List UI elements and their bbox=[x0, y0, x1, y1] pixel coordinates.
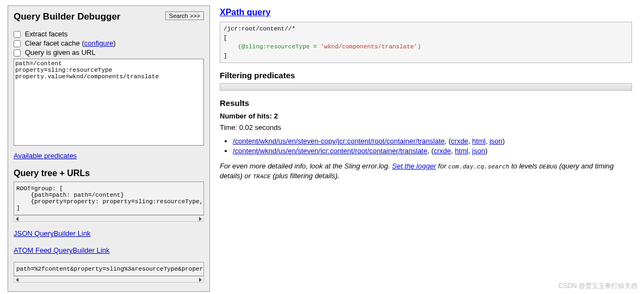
json-link[interactable]: json bbox=[490, 137, 503, 145]
hits-count: Number of hits: 2 bbox=[220, 112, 632, 120]
left-panel: Query Builder Debugger Search >>> Extrac… bbox=[8, 5, 210, 292]
url-query-label: Query is given as URL bbox=[25, 48, 96, 57]
page-title: Query Builder Debugger bbox=[14, 11, 120, 22]
right-panel: XPath query /jcr:root/content//* [ (@sli… bbox=[220, 5, 636, 292]
available-predicates-link[interactable]: Available predicates bbox=[14, 152, 77, 160]
query-tree-heading: Query tree + URLs bbox=[14, 168, 204, 178]
results-heading: Results bbox=[220, 98, 632, 108]
clear-cache-label-suffix: ) bbox=[113, 39, 115, 47]
result-item: /content/wknd/us/en/steven-copy/jcr:cont… bbox=[233, 137, 632, 145]
json-link[interactable]: json bbox=[472, 147, 485, 155]
filtering-predicates-heading: Filtering predicates bbox=[220, 71, 632, 80]
results-list: /content/wknd/us/en/steven-copy/jcr:cont… bbox=[233, 137, 632, 155]
xpath-query-heading-link[interactable]: XPath query bbox=[220, 8, 270, 17]
xpath-query-box: /jcr:root/content//* [ (@sling:resourceT… bbox=[220, 22, 632, 63]
clear-cache-checkbox[interactable] bbox=[14, 40, 21, 47]
configure-link[interactable]: configure bbox=[84, 39, 113, 47]
filter-bar bbox=[220, 83, 632, 91]
footer-note: For even more detailed info, look at the… bbox=[220, 161, 632, 182]
scrollbar[interactable] bbox=[14, 215, 204, 222]
html-link[interactable]: html bbox=[455, 147, 468, 155]
result-path-link[interactable]: /content/wknd/us/en/steven/jcr:content/r… bbox=[233, 147, 428, 155]
clear-cache-label-prefix: Clear facet cache ( bbox=[25, 39, 84, 47]
result-path-link[interactable]: /content/wknd/us/en/steven-copy/jcr:cont… bbox=[233, 137, 445, 145]
search-button[interactable]: Search >>> bbox=[165, 11, 204, 20]
url-query-checkbox[interactable] bbox=[14, 49, 21, 57]
atom-querybuilder-link[interactable]: ATOM Feed QueryBuilder Link bbox=[14, 246, 110, 254]
query-input[interactable] bbox=[14, 59, 204, 146]
query-tree-box: ROOT=group: [ {path=path: path=/content}… bbox=[14, 182, 204, 215]
html-link[interactable]: html bbox=[472, 137, 486, 145]
extract-facets-label: Extract facets bbox=[25, 30, 68, 38]
url-box: path=%2fcontent&property=sling%3aresourc… bbox=[14, 262, 204, 276]
result-item: /content/wknd/us/en/steven/jcr:content/r… bbox=[233, 147, 632, 155]
json-querybuilder-link[interactable]: JSON QueryBuilder Link bbox=[14, 229, 91, 237]
set-logger-link[interactable]: Set the logger bbox=[392, 162, 436, 170]
extract-facets-checkbox[interactable] bbox=[14, 31, 21, 38]
crxde-link[interactable]: crxde bbox=[434, 147, 451, 155]
watermark: CSDN @贾宝玉拳打镇关西 bbox=[558, 282, 637, 291]
query-time: Time: 0.02 seconds bbox=[220, 123, 632, 132]
scrollbar[interactable] bbox=[14, 276, 204, 283]
crxde-link[interactable]: crxde bbox=[451, 137, 468, 145]
